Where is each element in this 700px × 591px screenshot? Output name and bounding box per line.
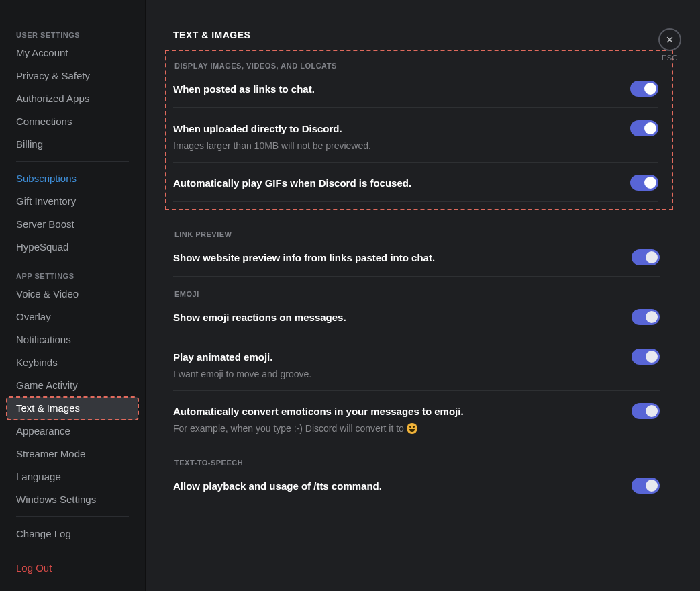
setting-desc: For example, when you type :-) Discord w…	[173, 423, 660, 434]
sidebar-item-gift-inventory[interactable]: Gift Inventory	[7, 190, 138, 213]
sidebar-divider	[16, 551, 129, 551]
section-header-display: DISPLAY IMAGES, VIDEOS, AND LOLCATS	[173, 62, 658, 70]
toggle-emoji-reactions[interactable]	[632, 309, 660, 325]
sidebar-item-connections[interactable]: Connections	[7, 110, 138, 133]
sidebar-item-notifications[interactable]: Notifications	[7, 328, 138, 351]
sidebar-item-server-boost[interactable]: Server Boost	[7, 213, 138, 236]
toggle-tts[interactable]	[632, 478, 660, 494]
setting-auto-gif: Automatically play GIFs when Discord is …	[173, 175, 658, 202]
setting-title: Play animated emoji.	[173, 351, 272, 363]
sidebar-item-streamer-mode[interactable]: Streamer Mode	[7, 443, 138, 465]
sidebar-item-privacy[interactable]: Privacy & Safety	[7, 64, 138, 87]
setting-title: Show emoji reactions on messages.	[173, 312, 346, 323]
toggle-convert-emoticons[interactable]	[632, 403, 660, 419]
sidebar-item-text-images[interactable]: Text & Images	[7, 397, 138, 420]
setting-desc-text: For example, when you type :-) Discord w…	[173, 423, 407, 434]
sidebar-item-change-log[interactable]: Change Log	[7, 522, 138, 545]
settings-main: ESC TEXT & IMAGES DISPLAY IMAGES, VIDEOS…	[146, 0, 700, 591]
sidebar-item-appearance[interactable]: Appearance	[7, 420, 138, 443]
section-header-tts: TEXT-TO-SPEECH	[173, 459, 660, 467]
display-images-section: DISPLAY IMAGES, VIDEOS, AND LOLCATS When…	[165, 50, 673, 210]
sidebar-item-overlay[interactable]: Overlay	[7, 306, 138, 328]
sidebar-item-log-out[interactable]: Log Out	[7, 557, 138, 580]
toggle-auto-gif[interactable]	[630, 175, 658, 191]
setting-title: When uploaded directly to Discord.	[173, 123, 342, 134]
setting-posted-links: When posted as links to chat.	[173, 81, 658, 108]
setting-title: When posted as links to chat.	[173, 83, 315, 95]
sidebar-item-keybinds[interactable]: Keybinds	[7, 351, 138, 374]
toggle-posted-links[interactable]	[630, 81, 658, 97]
close-label: ESC	[658, 54, 681, 62]
settings-sidebar: USER SETTINGS My Account Privacy & Safet…	[0, 0, 146, 591]
sidebar-item-my-account[interactable]: My Account	[7, 42, 138, 64]
toggle-uploaded-direct[interactable]	[630, 120, 658, 136]
setting-tts: Allow playback and usage of /tts command…	[173, 478, 660, 504]
sidebar-divider	[16, 161, 129, 162]
sidebar-divider	[16, 516, 129, 517]
close-icon	[665, 35, 674, 44]
section-header-emoji: EMOJI	[173, 290, 660, 298]
sidebar-item-billing[interactable]: Billing	[7, 133, 138, 156]
setting-uploaded-direct: When uploaded directly to Discord. Image…	[173, 120, 658, 163]
close-button[interactable]	[658, 28, 681, 51]
sidebar-item-windows-settings[interactable]: Windows Settings	[7, 488, 138, 511]
toggle-animated-emoji[interactable]	[632, 349, 660, 365]
setting-convert-emoticons: Automatically convert emoticons in your …	[173, 403, 660, 445]
setting-desc: Images larger than 10MB will not be prev…	[173, 140, 658, 151]
setting-link-preview: Show website preview info from links pas…	[173, 249, 660, 277]
sidebar-item-authorized-apps[interactable]: Authorized Apps	[7, 87, 138, 110]
sidebar-category-user: USER SETTINGS	[7, 27, 138, 42]
setting-desc: I want emoji to move and groove.	[173, 369, 660, 379]
setting-animated-emoji: Play animated emoji. I want emoji to mov…	[173, 349, 660, 391]
sidebar-item-voice-video[interactable]: Voice & Video	[7, 283, 138, 306]
smile-emoji-icon	[407, 423, 417, 434]
sidebar-item-hypesquad[interactable]: HypeSquad	[7, 236, 138, 259]
setting-title: Show website preview info from links pas…	[173, 252, 435, 263]
sidebar-item-subscriptions[interactable]: Subscriptions	[7, 167, 138, 190]
section-header-link: LINK PREVIEW	[173, 230, 660, 238]
app-root: USER SETTINGS My Account Privacy & Safet…	[0, 0, 700, 591]
close-group: ESC	[658, 28, 681, 62]
sidebar-item-language[interactable]: Language	[7, 465, 138, 488]
setting-title: Allow playback and usage of /tts command…	[173, 480, 382, 492]
setting-emoji-reactions: Show emoji reactions on messages.	[173, 309, 660, 336]
setting-title: Automatically convert emoticons in your …	[173, 406, 464, 417]
sidebar-item-game-activity[interactable]: Game Activity	[7, 374, 138, 397]
toggle-link-preview[interactable]	[632, 249, 660, 265]
page-title: TEXT & IMAGES	[173, 30, 660, 40]
setting-title: Automatically play GIFs when Discord is …	[173, 177, 411, 189]
sidebar-category-app: APP SETTINGS	[7, 268, 138, 283]
